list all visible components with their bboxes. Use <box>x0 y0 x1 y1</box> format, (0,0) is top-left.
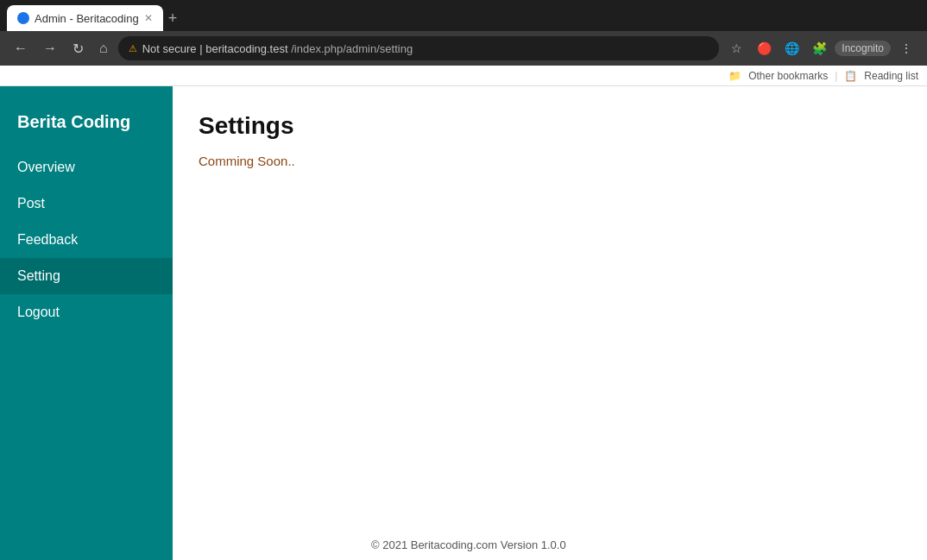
url-path: /index.php/admin/setting <box>291 42 413 55</box>
navigation-bar: ← → ↻ ⌂ ⚠ Not secure | beritacoding.test… <box>0 31 927 66</box>
sidebar-item-setting[interactable]: Setting <box>0 258 173 294</box>
tab-bar: Admin - Beritacoding ✕ + <box>0 0 927 31</box>
extensions-button[interactable]: 🧩 <box>807 36 831 60</box>
reading-list-label[interactable]: Reading list <box>864 70 918 82</box>
other-bookmarks-icon: 📁 <box>728 70 741 82</box>
browser-chrome: Admin - Beritacoding ✕ + ← → ↻ ⌂ ⚠ Not s… <box>0 0 927 86</box>
sidebar-link-post[interactable]: Post <box>0 186 173 222</box>
url-domain: beritacoding.test <box>205 42 287 55</box>
bookmarks-bar: 📁 Other bookmarks | 📋 Reading list <box>0 66 927 86</box>
reload-button[interactable]: ↻ <box>67 39 89 59</box>
sidebar-item-post[interactable]: Post <box>0 186 173 222</box>
sidebar-item-feedback[interactable]: Feedback <box>0 222 173 258</box>
active-tab[interactable]: Admin - Beritacoding ✕ <box>7 5 163 31</box>
new-tab-button[interactable]: + <box>168 9 178 28</box>
footer-text: © 2021 Beritacoding.com Version 1.0.0 <box>371 538 566 551</box>
other-bookmarks-label[interactable]: Other bookmarks <box>748 70 828 82</box>
browser-icons: ☆ 🔴 🌐 🧩 Incognito ⋮ <box>724 36 918 60</box>
address-bar[interactable]: ⚠ Not secure | beritacoding.test /index.… <box>118 36 720 60</box>
tab-title: Admin - Beritacoding <box>35 12 139 25</box>
page-wrapper: Berita Coding Overview Post Feedback Set… <box>0 86 927 560</box>
bookmarks-divider: | <box>835 70 837 82</box>
bookmark-star-button[interactable]: ☆ <box>724 36 748 60</box>
sidebar-item-logout[interactable]: Logout <box>0 294 173 330</box>
sidebar-link-overview[interactable]: Overview <box>0 149 173 186</box>
incognito-button[interactable]: Incognito <box>835 41 891 56</box>
sidebar-link-feedback[interactable]: Feedback <box>0 222 173 258</box>
tab-favicon <box>17 12 29 24</box>
tab-close-button[interactable]: ✕ <box>144 12 153 24</box>
sidebar-item-overview[interactable]: Overview <box>0 149 173 186</box>
page-title: Settings <box>199 112 901 140</box>
sidebar-link-logout[interactable]: Logout <box>0 294 173 330</box>
back-button[interactable]: ← <box>9 39 33 58</box>
url-text: Not secure | beritacoding.test /index.ph… <box>142 42 413 55</box>
coming-soon-text: Comming Soon.. <box>199 154 901 168</box>
more-options-button[interactable]: ⋮ <box>894 36 918 60</box>
sidebar-brand: Berita Coding <box>0 104 173 149</box>
footer: © 2021 Beritacoding.com Version 1.0.0 <box>345 530 927 560</box>
sidebar-link-setting[interactable]: Setting <box>0 258 173 294</box>
url-security-label: Not secure <box>142 42 197 55</box>
home-button[interactable]: ⌂ <box>94 39 113 58</box>
sidebar: Berita Coding Overview Post Feedback Set… <box>0 86 173 560</box>
reading-list-icon: 📋 <box>844 70 857 82</box>
sidebar-nav: Overview Post Feedback Setting Logout <box>0 149 173 330</box>
extension-icon-1[interactable]: 🔴 <box>752 36 776 60</box>
forward-button[interactable]: → <box>38 39 62 58</box>
extension-icon-2[interactable]: 🌐 <box>779 36 804 60</box>
main-content: Settings Comming Soon.. © 2021 Beritacod… <box>173 86 927 560</box>
security-warning-icon: ⚠ <box>129 43 137 54</box>
